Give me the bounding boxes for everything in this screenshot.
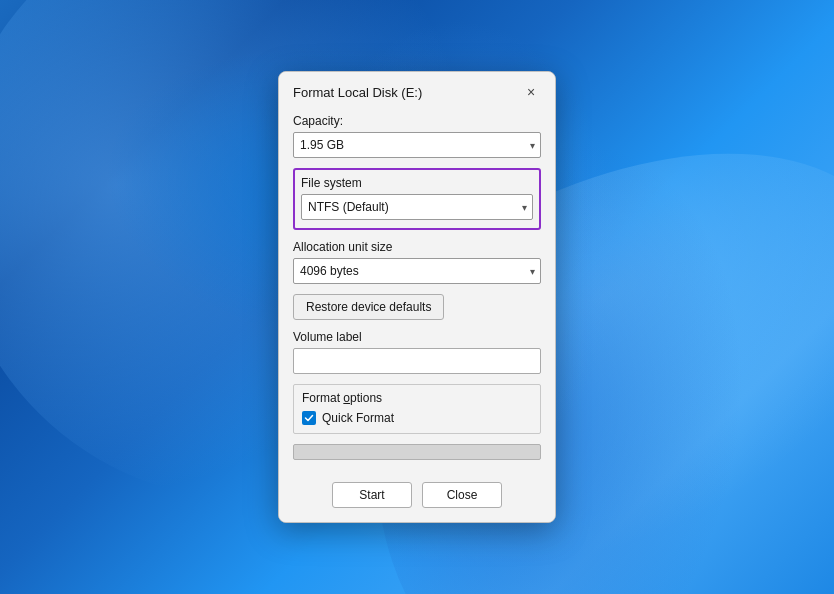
dialog-titlebar: Format Local Disk (E:) × bbox=[279, 72, 555, 110]
dialog-footer: Start Close bbox=[279, 474, 555, 522]
capacity-select[interactable]: 1.95 GB bbox=[293, 132, 541, 158]
dialog-title: Format Local Disk (E:) bbox=[293, 85, 422, 100]
file-system-select-wrapper: NTFS (Default) FAT32 exFAT ▾ bbox=[301, 194, 533, 220]
allocation-select-wrapper: 4096 bytes 512 bytes 1024 bytes 2048 byt… bbox=[293, 258, 541, 284]
quick-format-checkbox[interactable] bbox=[302, 411, 316, 425]
file-system-label: File system bbox=[301, 176, 533, 190]
volume-label-group: Volume label bbox=[293, 330, 541, 374]
quick-format-row: Quick Format bbox=[302, 411, 532, 425]
format-options-legend: Format options bbox=[302, 391, 532, 405]
allocation-label: Allocation unit size bbox=[293, 240, 541, 254]
checkmark-icon bbox=[304, 413, 314, 423]
format-options-group: Format options Quick Format bbox=[293, 384, 541, 434]
progress-bar bbox=[293, 444, 541, 460]
volume-label-text: Volume label bbox=[293, 330, 541, 344]
file-system-select[interactable]: NTFS (Default) FAT32 exFAT bbox=[301, 194, 533, 220]
format-options-legend-underline: o bbox=[343, 391, 350, 405]
capacity-select-wrapper: 1.95 GB ▾ bbox=[293, 132, 541, 158]
format-dialog: Format Local Disk (E:) × Capacity: 1.95 … bbox=[278, 71, 556, 523]
restore-defaults-button[interactable]: Restore device defaults bbox=[293, 294, 444, 320]
volume-label-input[interactable] bbox=[293, 348, 541, 374]
dialog-close-button[interactable]: Close bbox=[422, 482, 502, 508]
file-system-section: File system NTFS (Default) FAT32 exFAT ▾ bbox=[293, 168, 541, 230]
allocation-select[interactable]: 4096 bytes 512 bytes 1024 bytes 2048 byt… bbox=[293, 258, 541, 284]
start-button[interactable]: Start bbox=[332, 482, 412, 508]
desktop: Format Local Disk (E:) × Capacity: 1.95 … bbox=[0, 0, 834, 594]
close-icon[interactable]: × bbox=[521, 82, 541, 102]
quick-format-label: Quick Format bbox=[322, 411, 394, 425]
dialog-body: Capacity: 1.95 GB ▾ File system NTFS (De… bbox=[279, 110, 555, 474]
allocation-group: Allocation unit size 4096 bytes 512 byte… bbox=[293, 240, 541, 284]
capacity-label: Capacity: bbox=[293, 114, 541, 128]
capacity-group: Capacity: 1.95 GB ▾ bbox=[293, 114, 541, 158]
